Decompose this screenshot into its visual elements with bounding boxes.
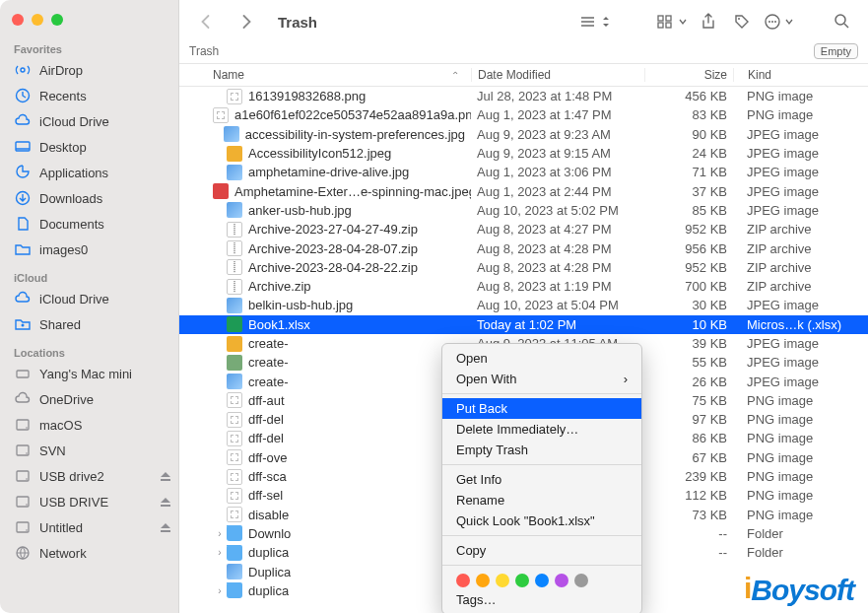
menu-item-delete-immediately[interactable]: Delete Immediately… bbox=[442, 419, 641, 440]
menu-item-quick-look-book1-xlsx[interactable]: Quick Look "Book1.xlsx" bbox=[442, 511, 641, 531]
sidebar-item-onedrive[interactable]: OneDrive bbox=[8, 386, 178, 412]
menu-item-get-info[interactable]: Get Info bbox=[442, 469, 641, 490]
table-row[interactable]: Book1.xlsxToday at 1:02 PM10 KBMicros…k … bbox=[179, 315, 868, 334]
submenu-arrow-icon: › bbox=[624, 372, 628, 386]
sidebar-item-yang-s-mac-mini[interactable]: Yang's Mac mini bbox=[8, 361, 178, 386]
table-row[interactable]: 1613919832688.pngJul 28, 2023 at 1:48 PM… bbox=[179, 87, 868, 105]
sidebar-item-macos[interactable]: macOS bbox=[8, 412, 178, 438]
apps-icon bbox=[14, 164, 32, 181]
header-kind[interactable]: Kind bbox=[733, 68, 868, 82]
file-name: duplica bbox=[248, 545, 289, 560]
group-button[interactable] bbox=[657, 10, 687, 34]
table-row[interactable]: amphetamine-drive-alive.jpgAug 1, 2023 a… bbox=[179, 163, 868, 181]
sidebar-item-documents[interactable]: Documents bbox=[8, 211, 178, 237]
file-kind: PNG image bbox=[733, 412, 868, 427]
table-row[interactable]: Archive-2023-28-04-28-22.zipAug 8, 2023 … bbox=[179, 258, 868, 277]
close-window-button[interactable] bbox=[12, 14, 24, 26]
search-button[interactable] bbox=[831, 10, 854, 34]
file-name: create- bbox=[248, 336, 288, 351]
eject-icon[interactable] bbox=[159, 469, 172, 483]
column-headers[interactable]: Name⌃ Date Modified Size Kind bbox=[179, 63, 868, 87]
tag-color[interactable] bbox=[476, 574, 490, 587]
tags-button[interactable] bbox=[730, 10, 754, 34]
header-size[interactable]: Size bbox=[644, 68, 733, 82]
svg-rect-6 bbox=[17, 371, 29, 377]
view-list-button[interactable] bbox=[580, 10, 610, 34]
table-row[interactable]: a1e60f61ef022ce505374e52aa891a9a.pngAug … bbox=[179, 105, 868, 124]
header-name[interactable]: Name bbox=[213, 68, 244, 82]
sidebar-item-label: Untitled bbox=[39, 520, 83, 535]
tag-color[interactable] bbox=[574, 574, 588, 587]
sidebar-section-favorites: Favorites bbox=[8, 39, 178, 57]
menu-item-empty-trash[interactable]: Empty Trash bbox=[442, 440, 641, 460]
sidebar-item-svn[interactable]: SVN bbox=[8, 438, 178, 463]
sidebar-item-usb-drive[interactable]: USB DRIVE bbox=[8, 489, 178, 514]
disclosure-triangle-icon[interactable]: › bbox=[213, 585, 227, 596]
disclosure-triangle-icon[interactable]: › bbox=[213, 528, 227, 539]
menu-item-rename[interactable]: Rename bbox=[442, 490, 641, 511]
maximize-window-button[interactable] bbox=[51, 14, 63, 26]
file-type-icon bbox=[213, 183, 229, 199]
action-menu-button[interactable] bbox=[764, 10, 793, 34]
back-button[interactable] bbox=[193, 10, 217, 34]
table-row[interactable]: Amphetamine-Exter…e-spinning-mac.jpegAug… bbox=[179, 181, 868, 200]
eject-icon[interactable] bbox=[159, 520, 172, 534]
eject-icon[interactable] bbox=[159, 495, 172, 509]
sidebar-item-airdrop[interactable]: AirDrop bbox=[8, 57, 178, 83]
table-row[interactable]: Archive-2023-28-04-28-07.zipAug 8, 2023 … bbox=[179, 238, 868, 257]
file-kind: PNG image bbox=[733, 488, 868, 503]
sidebar-item-network[interactable]: Network bbox=[8, 540, 178, 566]
minimize-window-button[interactable] bbox=[32, 14, 43, 26]
sidebar-item-applications[interactable]: Applications bbox=[8, 160, 178, 185]
empty-trash-button[interactable]: Empty bbox=[814, 43, 858, 59]
menu-item-copy[interactable]: Copy bbox=[442, 540, 641, 561]
file-date: Aug 9, 2023 at 9:23 AM bbox=[471, 127, 644, 142]
file-kind: PNG image bbox=[733, 508, 868, 522]
window-controls bbox=[8, 6, 178, 39]
tag-color[interactable] bbox=[515, 574, 529, 587]
svg-point-16 bbox=[26, 529, 28, 531]
file-type-icon bbox=[227, 525, 242, 541]
file-size: 10 KB bbox=[644, 317, 733, 332]
sidebar-item-images0[interactable]: images0 bbox=[8, 237, 178, 262]
sidebar-item-downloads[interactable]: Downloads bbox=[8, 185, 178, 211]
folder-icon bbox=[14, 240, 32, 258]
svg-point-29 bbox=[774, 21, 776, 23]
svg-point-0 bbox=[21, 68, 25, 72]
file-kind: ZIP archive bbox=[733, 279, 868, 294]
menu-item-open[interactable]: Open bbox=[442, 348, 641, 369]
table-row[interactable]: anker-usb-hub.jpgAug 10, 2023 at 5:02 PM… bbox=[179, 201, 868, 220]
tag-color[interactable] bbox=[496, 574, 509, 587]
sidebar-item-icloud-drive[interactable]: iCloud Drive bbox=[8, 286, 178, 311]
tag-color[interactable] bbox=[555, 574, 568, 587]
table-row[interactable]: AccessibilityIcon512.jpegAug 9, 2023 at … bbox=[179, 144, 868, 163]
table-row[interactable]: accessibility-in-system-preferences.jpgA… bbox=[179, 125, 868, 144]
menu-item-tags[interactable]: Tags… bbox=[442, 589, 641, 610]
usb-icon bbox=[14, 518, 32, 536]
disclosure-triangle-icon[interactable]: › bbox=[213, 547, 227, 558]
mac-icon bbox=[14, 365, 32, 382]
file-name: dff-aut bbox=[248, 393, 285, 408]
file-type-icon bbox=[227, 222, 242, 238]
menu-item-put-back[interactable]: Put Back bbox=[442, 398, 641, 419]
sidebar-item-shared[interactable]: Shared bbox=[8, 311, 178, 337]
file-date: Aug 8, 2023 at 4:28 PM bbox=[471, 260, 644, 275]
file-size: 37 KB bbox=[644, 184, 733, 199]
header-date[interactable]: Date Modified bbox=[471, 68, 644, 82]
sidebar-item-icloud-drive[interactable]: iCloud Drive bbox=[8, 108, 178, 134]
sidebar-item-desktop[interactable]: Desktop bbox=[8, 134, 178, 160]
sidebar-item-recents[interactable]: Recents bbox=[8, 83, 178, 108]
file-date: Jul 28, 2023 at 1:48 PM bbox=[471, 89, 644, 103]
forward-button[interactable] bbox=[234, 10, 258, 34]
tag-color[interactable] bbox=[535, 574, 549, 587]
table-row[interactable]: Archive.zipAug 8, 2023 at 1:19 PM700 KBZ… bbox=[179, 277, 868, 296]
sidebar-item-usb-drive2[interactable]: USB drive2 bbox=[8, 463, 178, 489]
file-type-icon bbox=[227, 488, 242, 504]
table-row[interactable]: belkin-usb-hub.jpgAug 10, 2023 at 5:04 P… bbox=[179, 296, 868, 314]
file-name: 1613919832688.png bbox=[248, 89, 366, 103]
share-button[interactable] bbox=[697, 10, 720, 34]
sidebar-item-untitled[interactable]: Untitled bbox=[8, 514, 178, 540]
table-row[interactable]: Archive-2023-27-04-27-49.zipAug 8, 2023 … bbox=[179, 220, 868, 238]
tag-color[interactable] bbox=[456, 574, 470, 587]
menu-item-open-with[interactable]: Open With› bbox=[442, 369, 641, 389]
